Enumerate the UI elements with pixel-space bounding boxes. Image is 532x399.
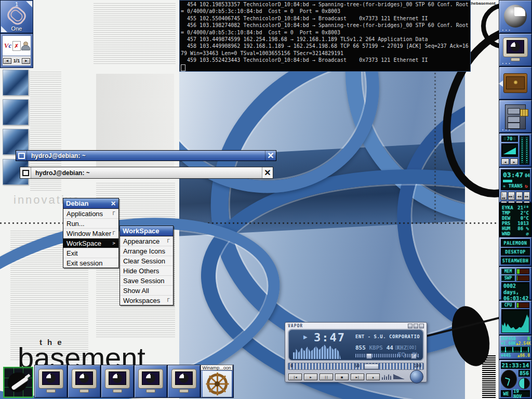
paperclip-icon <box>5 4 28 28</box>
menu-item-save-session[interactable]: Save Session <box>120 276 173 286</box>
dock-tile-terminal-2[interactable] <box>68 365 101 398</box>
mixer-next-button[interactable]: ▶ <box>510 158 518 165</box>
dock-tile-terminal-4[interactable] <box>134 365 167 398</box>
position-slider[interactable]: 0 50 100 <box>288 363 424 370</box>
menu-item-hide-others[interactable]: Hide Others <box>120 266 173 276</box>
winamp-next-button[interactable]: ▶| <box>351 374 364 380</box>
file-cabinet-icon <box>505 104 526 129</box>
menu-item-window-maker[interactable]: Window Maker Γ <box>63 229 118 238</box>
miniaturize-button[interactable] <box>20 167 31 178</box>
workspace-clip[interactable]: 1 One <box>0 0 33 33</box>
mixer-volume-slider[interactable] <box>501 143 518 157</box>
dock-tile-wprefs[interactable] <box>3 367 33 398</box>
winamp-play-button[interactable]: ▶ <box>304 374 317 380</box>
menu-item-show-all[interactable]: Show All <box>120 286 173 296</box>
winamp-close-button[interactable] <box>419 324 424 328</box>
terminal-monitor-icon <box>171 369 196 389</box>
player-rewind-button[interactable]: ◀◀ <box>516 192 522 200</box>
volume-slider[interactable] <box>355 354 401 357</box>
swap-bar <box>516 275 529 281</box>
mixer-prev-button[interactable]: ◀ <box>501 158 509 165</box>
menu-item-exit[interactable]: Exit <box>63 248 118 258</box>
pager-next-button[interactable]: ▶ <box>22 58 30 64</box>
shaded-window-focused[interactable]: hydroJ@debian: ~ ✕ <box>16 150 276 161</box>
menu-item-applications[interactable]: Applications Γ <box>63 209 118 219</box>
pager-prev-button[interactable]: ◀ <box>3 58 11 64</box>
launcher-palemoon[interactable]: PALEMOON <box>501 239 530 247</box>
vu-meter <box>520 136 529 165</box>
menu-item-workspace[interactable]: WorkSpace > <box>63 238 118 248</box>
menu-item-run[interactable]: Run... <box>63 219 118 229</box>
monitor-stand <box>113 389 122 393</box>
weather-key: DEW <box>502 216 510 221</box>
winamp-knob-button[interactable] <box>410 370 423 383</box>
net-graph <box>501 347 530 353</box>
close-icon[interactable]: ✕ <box>111 200 116 207</box>
player-prev-button[interactable]: |◀◀ <box>501 192 507 200</box>
dockapp-sysmon[interactable]: MEM SWP 0002 days, 06:03:42 <box>499 267 532 300</box>
launcher-desktop[interactable]: DESKTOP <box>501 248 530 256</box>
spectrum-analyzer <box>293 342 341 359</box>
workspace-menu-titlebar[interactable]: WorkSpace <box>120 226 173 236</box>
running-indicator: ··· <box>501 127 511 132</box>
dockapp-clock[interactable]: 21:33:14 856 WE 19 NOV <box>499 360 532 399</box>
winamp-stop-button[interactable]: ■ <box>335 374 349 380</box>
uptime-days: 0002 days, <box>503 283 527 296</box>
winamp-player[interactable]: VAPOR ▶ 3:47 ENT - S.U. CORPORATION PROU… <box>285 322 427 382</box>
winamp-pause-button[interactable]: || <box>320 374 333 380</box>
menu-item-workspaces[interactable]: Workspaces Γ <box>120 296 173 305</box>
dock-tile-drawer[interactable] <box>499 66 532 100</box>
menu-item-label: Run... <box>66 220 85 228</box>
vc-app-icon[interactable]: Vc <box>4 42 11 50</box>
winamp-titlebar[interactable]: VAPOR <box>285 323 427 329</box>
dockapp-weather[interactable]: EYKA21²⁰ TMP2°C DEW0°C PRS1013 HUM86 % W… <box>499 203 532 237</box>
playlist-button[interactable]: PL <box>412 352 419 357</box>
miniaturize-button[interactable] <box>16 151 27 161</box>
close-button[interactable]: ✕ <box>262 167 273 178</box>
submenu-arrow-icon: Γ <box>167 298 170 303</box>
dock-tile-terminal-1[interactable] <box>34 365 68 398</box>
menu-item-clear-session[interactable]: Clear Session <box>120 256 173 266</box>
menu-item-appearance[interactable]: Appearance Γ <box>120 236 173 246</box>
cpu-graph <box>501 309 529 333</box>
player-next-button[interactable]: ▶▶| <box>508 192 515 200</box>
position-handle[interactable] <box>364 364 379 369</box>
dockapp-player[interactable]: 03:47 04 ✳ TRANS ↻ |◀◀ ▶▶| ◀◀ ▶▶ ⏏ ▶ || … <box>499 167 532 203</box>
weather-obs-time: 21²⁰ <box>517 205 529 210</box>
running-indicator: ··· <box>501 28 511 33</box>
dock-tile-terminal-5[interactable] <box>167 365 201 398</box>
drawer-collapse-arrow[interactable] <box>499 81 503 87</box>
document-x-icon[interactable]: ✗ <box>12 41 21 51</box>
root-menu-titlebar[interactable]: Debian ✕ <box>63 198 118 209</box>
winamp-shade-button[interactable] <box>414 324 418 328</box>
winamp-track-title: ENT - S.U. CORPORATION PROUDLY <box>355 334 420 339</box>
dock-tile-wmaker[interactable]: ··· <box>499 0 532 33</box>
menu-item-arrange-icons[interactable]: Arrange Icons <box>120 246 173 256</box>
clip-next-arrow[interactable] <box>26 1 32 7</box>
repeat-icon: ↻ <box>525 183 528 189</box>
menu-item-exit-session[interactable]: Exit session <box>63 258 118 268</box>
terminal-window[interactable]: 454 102.198533357 TechnicolorD_10:84:bd … <box>179 0 471 72</box>
shaded-window-unfocused[interactable]: hydroJ@debian: ~ ✕ <box>20 167 273 179</box>
dockapp-network[interactable]: ENP4S0B ▼1.68K▲2.54K ▼445▲66.0 <box>499 335 532 360</box>
close-button[interactable]: ✕ <box>265 151 276 161</box>
dockapp-mixer[interactable]: 8 70 8 ◀ ▶ <box>499 133 532 167</box>
user-icon[interactable] <box>21 42 29 50</box>
winamp-eject-button[interactable]: ▲ <box>366 374 380 380</box>
mini-equalizer-icon <box>382 374 391 380</box>
winamp-prev-button[interactable]: |◀ <box>288 374 302 380</box>
winamp-minimize-button[interactable] <box>408 324 413 328</box>
clock-digital-time: 21:33:14 <box>501 362 530 369</box>
weather-key: TMP <box>502 210 510 216</box>
desktop: thebasement innovative the basement 454 … <box>0 0 532 399</box>
menu-item-label: Save Session <box>123 277 165 285</box>
launcher-steamwebh[interactable]: STEAMWEBH <box>501 257 530 264</box>
eq-button[interactable]: EQ <box>398 352 405 357</box>
menu-item-label: Show All <box>123 287 149 295</box>
dock-tile-terminal[interactable]: ··· <box>499 33 532 66</box>
player-forward-button[interactable]: ▶▶ <box>524 192 530 200</box>
workspace-menu-title: WorkSpace <box>123 227 159 235</box>
dockapp-cpu[interactable]: CPU <box>499 300 532 335</box>
dock-tile-terminal-3[interactable] <box>101 365 134 398</box>
dock-tile-file-cabinet[interactable]: ··· <box>499 100 532 133</box>
